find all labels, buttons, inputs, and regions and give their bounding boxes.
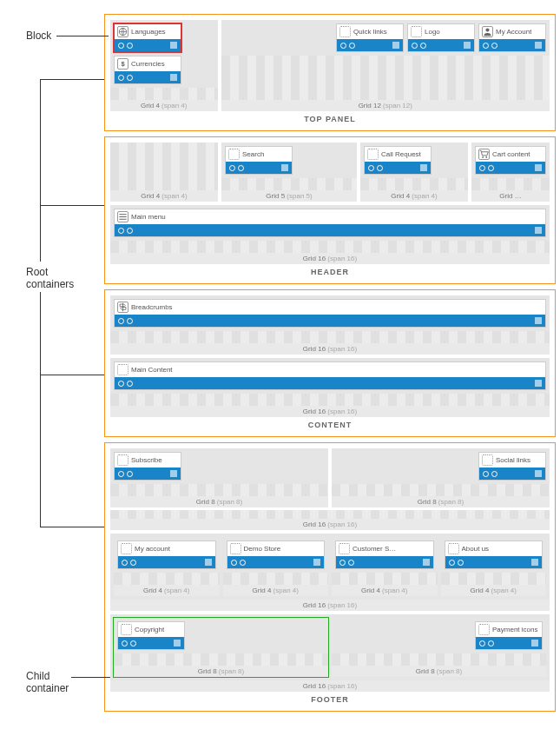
grid-cell-4b[interactable]: Demo StoreGrid 4 (span 4): [223, 537, 329, 596]
block-breadcrumbs[interactable]: Breadcrumbs: [114, 299, 546, 328]
root-footer[interactable]: Subscribe Grid 8 (span 8) Social links G…: [104, 442, 556, 712]
panel-title: CONTENT: [110, 417, 550, 431]
grid-cell-4d[interactable]: About usGrid 4 (span 4): [441, 537, 547, 596]
placeholder-icon: [121, 624, 132, 635]
svg-point-4: [485, 156, 487, 158]
block-toolbar[interactable]: [115, 39, 181, 51]
grid-cell-4[interactable]: My accountGrid 4 (span 4): [114, 537, 220, 596]
block-languages[interactable]: Languages: [114, 23, 181, 52]
block-social-links[interactable]: Social links: [478, 452, 546, 481]
panel-title: HEADER: [110, 264, 550, 278]
grid-cell-5[interactable]: Search Grid 5 (span 5): [221, 143, 357, 202]
grid-cell-4b[interactable]: Call Request Grid 4 (span 4): [360, 143, 468, 202]
block-my-account[interactable]: My account: [117, 540, 216, 569]
grid-cell-16[interactable]: Main menu Grid 16 (span 16): [110, 205, 550, 264]
globe-icon: [117, 26, 128, 37]
block-copyright[interactable]: Copyright: [117, 621, 185, 650]
root-top-panel[interactable]: Languages $ Currencies Grid 4 (span 4): [104, 14, 556, 131]
grid-cell-16-nest2[interactable]: Copyright Grid 8 (span 8) Payment icons …: [110, 614, 550, 692]
grid-cell-12[interactable]: Quick links Logo My Account Grid 12 (spa…: [221, 20, 550, 111]
placeholder-icon: [339, 543, 350, 554]
svg-point-2: [485, 28, 489, 31]
grid-cell-8b[interactable]: Social links Grid 8 (span 8): [332, 448, 550, 507]
annotation-block: Block: [26, 30, 51, 42]
placeholder-icon: [230, 543, 241, 554]
root-content[interactable]: Breadcrumbs Grid 16 (span 16) Main Conte…: [104, 289, 556, 437]
dollar-icon: $: [117, 58, 128, 70]
block-cart[interactable]: Cart content: [475, 146, 546, 175]
grid-cell-4c[interactable]: Customer S…Grid 4 (span 4): [332, 537, 438, 596]
placeholder-icon: [121, 543, 132, 554]
block-currencies[interactable]: $ Currencies: [114, 56, 181, 84]
block-demo-store[interactable]: Demo Store: [227, 540, 326, 569]
child-container[interactable]: Copyright Grid 8 (span 8): [114, 618, 328, 677]
grid-cell-16b[interactable]: Main Content Grid 16 (span 16): [110, 358, 550, 417]
grid-cell-4[interactable]: Grid 4 (span 4): [110, 143, 218, 202]
placeholder-icon: [339, 26, 351, 37]
signpost-icon: [117, 302, 128, 313]
block-logo[interactable]: Logo: [407, 23, 475, 52]
placeholder-icon: [117, 364, 128, 375]
block-quick-links[interactable]: Quick links: [336, 23, 404, 52]
svg-point-3: [482, 156, 484, 158]
placeholder-icon: [117, 454, 128, 466]
placeholder-icon: [411, 26, 422, 37]
panel-title: FOOTER: [110, 692, 550, 706]
block-main-menu[interactable]: Main menu: [114, 209, 546, 237]
block-customer-service[interactable]: Customer S…: [335, 540, 434, 569]
block-main-content[interactable]: Main Content: [114, 361, 546, 390]
block-about-us[interactable]: About us: [445, 540, 544, 569]
layout-diagram: Block Root containers Child container La…: [9, 14, 560, 712]
cart-icon: [478, 149, 490, 160]
placeholder-icon: [478, 624, 490, 635]
grid-cell-16[interactable]: Breadcrumbs Grid 16 (span 16): [110, 295, 550, 355]
block-subscribe[interactable]: Subscribe: [114, 452, 181, 481]
root-header[interactable]: Grid 4 (span 4) Search Grid 5 (span 5) C…: [104, 136, 556, 284]
block-payment-icons[interactable]: Payment icons: [475, 621, 543, 650]
panel-title: TOP PANEL: [110, 111, 550, 125]
menu-icon: [117, 211, 128, 222]
grid-cell-4[interactable]: Languages $ Currencies Grid 4 (span 4): [110, 20, 218, 111]
grid-cell-16-nest[interactable]: My accountGrid 4 (span 4) Demo StoreGrid…: [110, 534, 550, 611]
placeholder-icon: [448, 543, 459, 554]
block-search[interactable]: Search: [225, 146, 293, 175]
placeholder-icon: [367, 149, 379, 160]
placeholder-icon: [482, 454, 493, 466]
placeholder-icon: [228, 149, 240, 160]
grid-cell-8b[interactable]: Payment icons Grid 8 (span 8): [332, 618, 546, 677]
grid-cell-8[interactable]: Subscribe Grid 8 (span 8): [110, 448, 328, 507]
user-icon: [482, 26, 493, 37]
grid-cell-rest[interactable]: Cart content Grid …: [471, 143, 550, 202]
annotation-child: Child container: [26, 670, 69, 694]
annotation-root: Root containers: [26, 266, 74, 290]
svg-text:$: $: [121, 60, 125, 68]
block-call-request[interactable]: Call Request: [364, 146, 432, 175]
block-my-account[interactable]: My Account: [478, 23, 546, 52]
